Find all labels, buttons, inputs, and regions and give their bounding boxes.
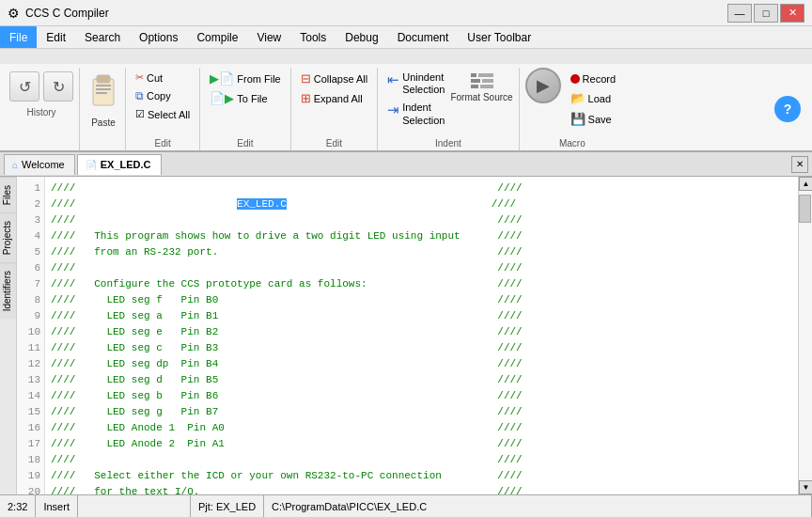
code-editor[interactable]: //// //////// EX_LED.C //////// [45, 177, 798, 494]
code-line: //// //// [51, 212, 792, 228]
to-file-button[interactable]: 📄▶ To File [206, 89, 284, 107]
macro-buttons: ▶ Record 📂 Load 💾 Save [525, 68, 619, 136]
menu-debug[interactable]: Debug [336, 26, 387, 48]
ribbon: ↺ ↻ History Paste [0, 49, 812, 152]
scroll-up-button[interactable]: ▲ [799, 177, 812, 191]
copy-icon: ⧉ [135, 89, 144, 102]
code-line: //// from an RS-232 port. //// [51, 244, 792, 260]
copy-button[interactable]: ⧉ Copy [132, 87, 194, 104]
menu-compile[interactable]: Compile [187, 26, 247, 48]
help-button[interactable]: ? [774, 96, 801, 122]
svg-rect-2 [96, 85, 111, 86]
code-line: //// This program shows how to drive a t… [51, 228, 792, 244]
scroll-track[interactable] [799, 191, 812, 480]
menu-view[interactable]: View [247, 26, 290, 48]
scroll-thumb[interactable] [799, 195, 811, 223]
line-number: 1 [17, 180, 44, 196]
collapse-col: ⊟ Collapse All ⊞ Expand All [297, 68, 371, 107]
scrollbar[interactable]: ▲ ▼ [798, 177, 812, 494]
menu-tools[interactable]: Tools [290, 26, 336, 48]
unindent-icon: ⇤ [387, 71, 399, 88]
collapse-icon: ⊟ [301, 71, 311, 86]
indent-buttons: ⇤ UnindentSelection ⇥ IndentSelection [383, 68, 512, 136]
line-number: 8 [17, 292, 44, 308]
cursor-position: 2:32 [0, 495, 36, 517]
file-path: C:\ProgramData\PICC\EX_LED.C [264, 495, 812, 517]
line-number: 7 [17, 276, 44, 292]
code-line: //// LED seg d Pin B5 //// [51, 372, 792, 388]
line-number: 5 [17, 244, 44, 260]
playback-button[interactable]: ▶ [525, 68, 561, 103]
code-line: //// LED seg g Pin B7 //// [51, 404, 792, 420]
paste-group: Paste [82, 68, 126, 150]
maximize-button[interactable]: □ [754, 4, 778, 23]
ribbon-content: ↺ ↻ History Paste [0, 64, 812, 150]
tab-ex-led[interactable]: 📄 EX_LED.C [77, 154, 162, 175]
line-number: 6 [17, 260, 44, 276]
menu-search[interactable]: Search [75, 26, 130, 48]
status-bar: 2:32 Insert Pjt: EX_LED C:\ProgramData\P… [0, 494, 812, 517]
undo-button[interactable]: ↺ [9, 71, 39, 102]
identifiers-panel-tab[interactable]: Identifiers [0, 262, 16, 319]
code-line: //// LED Anode 2 Pin A1 //// [51, 436, 792, 452]
line-number: 11 [17, 340, 44, 356]
close-tab-button[interactable]: ✕ [791, 156, 808, 173]
collapse-all-button[interactable]: ⊟ Collapse All [297, 70, 371, 87]
close-button[interactable]: ✕ [780, 4, 804, 23]
title-bar: ⚙ CCS C Compiler — □ ✕ [0, 0, 812, 26]
code-line: //// //// [51, 452, 792, 468]
line-number: 4 [17, 228, 44, 244]
clipboard-col: ✂ Cut ⧉ Copy ☑ Select All [132, 68, 194, 122]
save-button[interactable]: 💾 Save [567, 110, 619, 128]
menu-edit[interactable]: Edit [37, 26, 75, 48]
from-file-icon: ▶📄 [210, 71, 234, 86]
welcome-tab-icon: ⌂ [12, 160, 18, 170]
line-number: 18 [17, 452, 44, 468]
indent-selection-button[interactable]: ⇥ IndentSelection [383, 100, 448, 128]
files-panel-tab[interactable]: Files [0, 177, 16, 212]
project-name: Pjt: EX_LED [191, 495, 264, 517]
redo-button[interactable]: ↻ [43, 71, 73, 102]
paste-button[interactable] [87, 71, 119, 116]
load-button[interactable]: 📂 Load [567, 89, 619, 107]
menu-file[interactable]: File [0, 26, 37, 48]
clipboard-buttons: ✂ Cut ⧉ Copy ☑ Select All [132, 68, 194, 136]
line-number: 14 [17, 388, 44, 404]
scroll-down-button[interactable]: ▼ [799, 480, 812, 494]
menu-usertoolbar[interactable]: User Toolbar [458, 26, 540, 48]
projects-panel-tab[interactable]: Projects [0, 212, 16, 262]
paste-label: Paste [91, 118, 116, 128]
from-file-button[interactable]: ▶📄 From File [206, 70, 284, 87]
svg-rect-4 [96, 92, 107, 94]
menu-document[interactable]: Document [388, 26, 459, 48]
line-number: 20 [17, 484, 44, 494]
record-button[interactable]: Record [567, 71, 619, 86]
undo-redo-group: ↺ ↻ History [4, 68, 80, 150]
window-controls: — □ ✕ [727, 4, 804, 23]
tab-welcome[interactable]: ⌂ Welcome [4, 154, 75, 175]
menu-options[interactable]: Options [130, 26, 187, 48]
svg-rect-1 [97, 75, 110, 83]
select-all-icon: ☑ [135, 108, 145, 120]
file-tab-icon: 📄 [86, 160, 97, 170]
expand-all-button[interactable]: ⊞ Expand All [297, 89, 371, 107]
code-line: //// LED Anode 1 Pin A0 //// [51, 420, 792, 436]
indent-icon: ⇥ [387, 102, 399, 118]
line-number: 19 [17, 468, 44, 484]
cut-button[interactable]: ✂ Cut [132, 70, 194, 86]
clipboard-group: ✂ Cut ⧉ Copy ☑ Select All Edit [128, 68, 200, 150]
minimize-button[interactable]: — [727, 4, 752, 23]
code-line: //// Select either the ICD or your own R… [51, 468, 792, 484]
line-number: 15 [17, 404, 44, 420]
select-all-button[interactable]: ☑ Select All [132, 106, 194, 122]
code-line: //// //// [51, 260, 792, 276]
macro-group-label: Macro [525, 138, 619, 150]
history-label: History [26, 107, 55, 118]
status-cell-3 [78, 495, 191, 517]
line-number: 16 [17, 420, 44, 436]
code-line: //// LED seg f Pin B0 //// [51, 292, 792, 308]
insert-mode: Insert [36, 495, 78, 517]
macro-right: Record 📂 Load 💾 Save [567, 68, 619, 128]
line-number: 2 [17, 196, 44, 212]
unindent-selection-button[interactable]: ⇤ UnindentSelection [383, 70, 448, 98]
